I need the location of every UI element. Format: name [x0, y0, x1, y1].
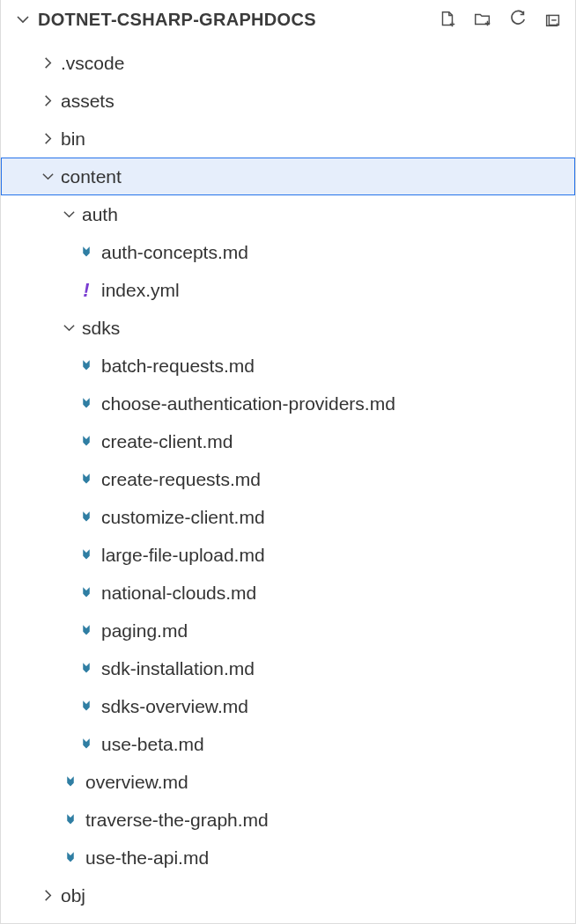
tree-item-label: bin: [57, 128, 85, 150]
chevron-down-icon[interactable]: [13, 12, 33, 26]
tree-file[interactable]: batch-requests.md: [1, 347, 575, 385]
tree-item-label: obj: [57, 885, 85, 906]
chevron-right-icon[interactable]: [38, 132, 57, 145]
tree-file[interactable]: create-client.md: [1, 422, 575, 460]
tree-folder[interactable]: assets: [1, 82, 575, 120]
tree-folder[interactable]: .vscode: [1, 44, 575, 82]
tree-item-label: use-the-api.md: [82, 847, 209, 869]
markdown-file-icon: [59, 812, 82, 828]
tree-file[interactable]: traverse-the-graph.md: [1, 801, 575, 839]
chevron-down-icon[interactable]: [59, 321, 78, 334]
tree-item-label: create-client.md: [98, 431, 233, 452]
tree-item-label: sdks-overview.md: [98, 696, 248, 717]
markdown-file-icon: [75, 623, 98, 639]
tree-file[interactable]: sdk-installation.md: [1, 649, 575, 687]
tree-file[interactable]: paging.md: [1, 612, 575, 649]
markdown-file-icon: [75, 661, 98, 677]
tree-item-label: large-file-upload.md: [98, 545, 265, 566]
explorer-actions: [436, 8, 570, 31]
tree-item-label: customize-client.md: [98, 507, 265, 528]
markdown-file-icon: [75, 699, 98, 715]
explorer-header: DOTNET-CSHARP-GRAPHDOCS: [1, 0, 575, 39]
explorer-root-name[interactable]: DOTNET-CSHARP-GRAPHDOCS: [33, 10, 436, 30]
tree-folder[interactable]: sdks: [1, 309, 575, 347]
tree-item-label: choose-authentication-providers.md: [98, 393, 395, 414]
tree-item-label: index.yml: [98, 280, 180, 301]
tree-file[interactable]: auth-concepts.md: [1, 233, 575, 271]
tree-folder[interactable]: auth: [1, 195, 575, 233]
tree-file[interactable]: create-requests.md: [1, 460, 575, 498]
markdown-file-icon: [75, 547, 98, 563]
tree-item-label: assets: [57, 91, 114, 112]
markdown-file-icon: [75, 585, 98, 601]
tree-file[interactable]: overview.md: [1, 763, 575, 801]
tree-item-label: paging.md: [98, 620, 188, 642]
tree-file[interactable]: choose-authentication-providers.md: [1, 385, 575, 422]
chevron-right-icon[interactable]: [38, 56, 57, 70]
new-file-icon[interactable]: [436, 8, 459, 31]
chevron-down-icon[interactable]: [38, 170, 57, 183]
tree-item-label: traverse-the-graph.md: [82, 810, 269, 831]
markdown-file-icon: [75, 737, 98, 752]
markdown-file-icon: [75, 434, 98, 450]
markdown-file-icon: [59, 850, 82, 866]
chevron-down-icon[interactable]: [59, 208, 78, 221]
tree-item-label: content: [57, 166, 122, 187]
tree-item-label: sdk-installation.md: [98, 658, 255, 679]
tree-file[interactable]: large-file-upload.md: [1, 536, 575, 574]
markdown-file-icon: [59, 774, 82, 790]
tree-file[interactable]: !index.yml: [1, 271, 575, 309]
chevron-right-icon[interactable]: [38, 889, 57, 902]
markdown-file-icon: [75, 358, 98, 374]
tree-file[interactable]: customize-client.md: [1, 498, 575, 536]
tree-item-label: use-beta.md: [98, 734, 204, 755]
refresh-icon[interactable]: [506, 8, 529, 31]
tree-folder[interactable]: obj: [1, 876, 575, 914]
tree-file[interactable]: use-beta.md: [1, 725, 575, 763]
tree-item-label: batch-requests.md: [98, 356, 255, 377]
new-folder-icon[interactable]: [471, 8, 494, 31]
file-tree: .vscodeassetsbincontentauthauth-concepts…: [1, 39, 575, 914]
markdown-file-icon: [75, 245, 98, 260]
markdown-file-icon: [75, 510, 98, 525]
tree-file[interactable]: use-the-api.md: [1, 839, 575, 876]
tree-item-label: auth: [78, 204, 118, 225]
tree-item-label: national-clouds.md: [98, 583, 256, 604]
markdown-file-icon: [75, 396, 98, 412]
tree-folder[interactable]: bin: [1, 120, 575, 158]
tree-file[interactable]: sdks-overview.md: [1, 687, 575, 725]
collapse-all-icon[interactable]: [542, 8, 565, 31]
tree-folder[interactable]: content: [1, 158, 575, 195]
tree-item-label: auth-concepts.md: [98, 242, 248, 263]
tree-item-label: sdks: [78, 318, 120, 339]
markdown-file-icon: [75, 472, 98, 488]
chevron-right-icon[interactable]: [38, 94, 57, 107]
tree-item-label: create-requests.md: [98, 469, 261, 490]
tree-item-label: overview.md: [82, 772, 188, 793]
yaml-file-icon: !: [75, 279, 98, 302]
tree-item-label: .vscode: [57, 53, 124, 74]
tree-file[interactable]: national-clouds.md: [1, 574, 575, 612]
